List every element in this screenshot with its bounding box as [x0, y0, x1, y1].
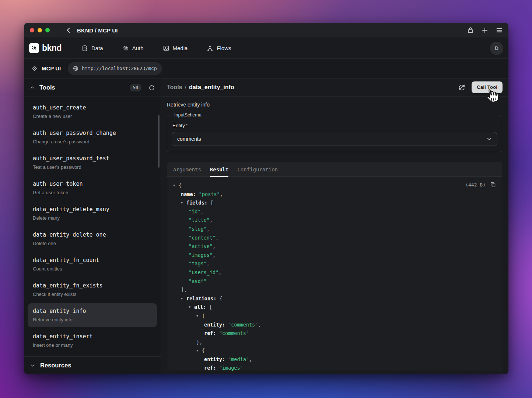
tools-section-title: Tools — [39, 84, 55, 91]
maximize-window-button[interactable] — [45, 28, 50, 32]
cursor-pointer — [483, 87, 500, 106]
json-string: "posts" — [199, 191, 220, 197]
tool-list-item-data_entity_info[interactable]: data_entity_info Retrieve entity info — [28, 303, 157, 327]
json-string: "id" — [189, 209, 201, 214]
tool-list-item-data_entity_fn_count[interactable]: data_entity_fn_count Count entities — [28, 252, 157, 276]
json-line: "content", — [173, 234, 496, 242]
json-string: "comments" — [228, 322, 258, 328]
tool-list-item-auth_user_password_change[interactable]: auth_user_password_change Change a user'… — [28, 125, 157, 149]
json-line: ▼{ — [173, 312, 496, 321]
tab-configuration[interactable]: Configuration — [237, 162, 278, 177]
tools-section-header[interactable]: Tools 50 — [24, 78, 161, 97]
brand-logo[interactable]: bknd — [29, 43, 62, 53]
top-navbar: bknd Data Auth Media Flows D — [24, 38, 508, 58]
json-key: entity: — [204, 356, 228, 362]
tool-name: auth_user_password_change — [33, 130, 152, 136]
tool-list-item-auth_user_create[interactable]: auth_user_create Create a new user — [28, 100, 157, 124]
fingerprint-icon — [122, 45, 129, 52]
nav-item-data[interactable]: Data — [81, 45, 103, 52]
tool-list-item-data_entity_delete_many[interactable]: data_entity_delete_many Delete many — [28, 202, 157, 226]
tool-description: Retrieve entity info — [33, 317, 152, 323]
tool-description: Change a user's password — [33, 139, 152, 145]
tool-name: auth_user_create — [33, 104, 152, 111]
json-punctuation: , — [201, 209, 204, 214]
tool-name: data_entity_delete_one — [33, 231, 152, 238]
nav-item-auth[interactable]: Auth — [122, 45, 144, 52]
entity-select[interactable]: comments — [172, 132, 497, 146]
resources-section-header[interactable]: Resources — [24, 356, 161, 374]
nav-item-label: Media — [173, 45, 188, 51]
avatar[interactable]: D — [490, 42, 503, 55]
json-key: all: — [194, 304, 209, 310]
chevron-up-icon[interactable] — [30, 85, 35, 90]
tool-name: data_entity_info — [33, 308, 152, 314]
tool-list-item-auth_user_password_test[interactable]: auth_user_password_test Test a user's pa… — [28, 151, 157, 175]
json-punctuation: , — [220, 191, 223, 197]
window-body: Tools 50 auth_user_create Create a new u… — [24, 78, 508, 374]
server-url: http://localhost:28623/mcp — [82, 66, 157, 71]
entity-select-value: comments — [177, 136, 201, 142]
tools-sidebar: Tools 50 auth_user_create Create a new u… — [24, 78, 161, 374]
json-punctuation: { — [179, 182, 182, 188]
json-key: ref: — [204, 330, 219, 336]
collapse-triangle-icon[interactable]: ▼ — [181, 199, 186, 207]
refresh-off-icon[interactable] — [458, 84, 465, 91]
tool-description: Check if entity exists — [33, 291, 152, 297]
collapse-triangle-icon[interactable]: ▼ — [181, 294, 186, 303]
nav-item-media[interactable]: Media — [163, 45, 188, 52]
tool-detail-panel: Tools / data_entity_info Call Tool Retri… — [161, 78, 508, 374]
tool-list-item-auth_user_token[interactable]: auth_user_token Get a user token — [28, 176, 157, 200]
json-punctuation: , — [258, 322, 261, 328]
nav-item-label: Data — [91, 45, 103, 51]
json-line: "asdf" — [173, 277, 496, 286]
copy-icon[interactable] — [490, 182, 496, 188]
tab-result[interactable]: Result — [210, 162, 229, 177]
json-string: "active" — [189, 243, 213, 249]
tool-list-item-data_entity_fn_exists[interactable]: data_entity_fn_exists Check if entity ex… — [28, 278, 157, 302]
json-string: "tags" — [189, 261, 207, 266]
collapse-triangle-icon[interactable]: ▼ — [189, 303, 194, 312]
tool-description: Get a user token — [33, 190, 152, 196]
tool-list-item-data_entity_delete_one[interactable]: data_entity_delete_one Delete one — [28, 227, 157, 251]
tool-list-item-data_entity_insert[interactable]: data_entity_insert Insert one or many — [28, 329, 157, 353]
collapse-triangle-icon[interactable]: ▼ — [196, 346, 202, 355]
json-string: "images" — [219, 365, 243, 371]
json-line: ▼all: [ — [173, 303, 496, 312]
new-tab-icon[interactable] — [482, 27, 488, 34]
collapse-triangle-icon[interactable]: ▼ — [173, 181, 179, 190]
json-punctuation: , — [213, 243, 216, 249]
nav-items: Data Auth Media Flows — [81, 45, 231, 52]
chevron-down-icon[interactable] — [30, 363, 35, 368]
nav-item-flows[interactable]: Flows — [207, 45, 231, 52]
json-line: "tags", — [173, 259, 496, 268]
flow-icon — [207, 45, 213, 52]
minimize-window-button[interactable] — [38, 28, 42, 32]
json-key: entity: — [204, 322, 228, 328]
tool-name: data_entity_delete_many — [33, 206, 152, 213]
sidebar-scrollbar-thumb[interactable] — [158, 115, 160, 168]
payload-size-badge: (442 B) — [465, 182, 486, 188]
breadcrumb: Tools / data_entity_info — [167, 84, 234, 91]
json-punctuation: , — [207, 261, 210, 266]
back-icon[interactable] — [65, 27, 72, 34]
titlebar: BKND / MCP UI — [24, 23, 508, 38]
lock-open-icon[interactable] — [467, 27, 474, 34]
json-line: name: "posts", — [173, 190, 496, 199]
json-line: ▼{ — [173, 346, 496, 355]
breadcrumb-section[interactable]: Tools — [167, 84, 182, 91]
hamburger-menu-icon[interactable] — [496, 27, 503, 34]
json-line: "active", — [173, 242, 496, 251]
tab-arguments[interactable]: Arguments — [173, 162, 201, 177]
json-punctuation: , — [210, 217, 213, 223]
json-punctuation: { — [202, 313, 205, 319]
required-marker: * — [186, 123, 188, 128]
server-url-pill[interactable]: http://localhost:28623/mcp — [68, 62, 162, 75]
json-line: ref: "images" — [173, 364, 496, 371]
traffic-lights — [30, 28, 50, 32]
close-window-button[interactable] — [30, 28, 34, 32]
collapse-triangle-icon[interactable]: ▼ — [196, 312, 202, 321]
globe-icon — [73, 66, 78, 71]
json-line: ▼{ — [173, 181, 496, 190]
refresh-icon[interactable] — [148, 84, 155, 91]
mcp-bar: MCP UI http://localhost:28623/mcp — [24, 58, 508, 78]
